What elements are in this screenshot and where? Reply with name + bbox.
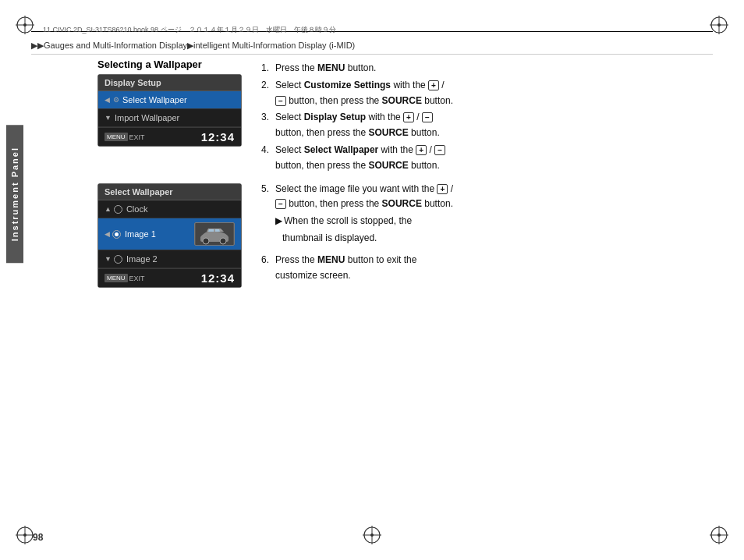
step3-num: 3. <box>261 110 275 126</box>
radio-clock <box>114 205 122 214</box>
panel1-item-import-wallpaper: ▼ Import Wallpaper <box>98 109 241 127</box>
step6-cont: customize screen. <box>261 268 728 284</box>
arrow-down-icon-2: ▼ <box>105 255 112 263</box>
arrow-right-icon-2: ◀ <box>105 230 110 238</box>
section-title: Selecting a Wallpaper <box>97 58 202 70</box>
panel2-time: 12:34 <box>201 271 235 285</box>
svg-point-7 <box>717 23 721 27</box>
step-6: 6. Press the MENU button to exit the <box>261 253 728 268</box>
step5-callout2: thumbnail is displayed. <box>261 231 728 246</box>
panel2-item-image1: ◀ Image 1 <box>98 218 241 250</box>
panel2-item2-label: Image 1 <box>125 229 156 239</box>
settings-icon-1: ⚙ <box>113 96 119 104</box>
panel1-item-select-wallpaper: ◀ ⚙ Select Wallpaper <box>98 91 241 109</box>
panel2-item-clock: ▲ Clock <box>98 200 241 218</box>
step5-callout1: ▶When the scroll is stopped, the <box>261 214 728 229</box>
arrow-right-icon-1: ◀ <box>105 96 110 104</box>
step1-num: 1. <box>261 61 275 76</box>
step2-cont: − button, then press the SOURCE button. <box>261 94 728 109</box>
radio-image2 <box>114 255 122 264</box>
radio-image1 <box>112 230 121 239</box>
corner-mark-tl <box>14 14 36 36</box>
panel2-footer: MENU EXIT 12:34 <box>98 268 241 287</box>
step-3: 3. Select Display Setup with the + / − <box>261 110 728 126</box>
panel2-item3-label: Image 2 <box>126 254 158 264</box>
panel2-item1-label: Clock <box>126 204 148 214</box>
menu-box-2: MENU <box>105 274 128 282</box>
select-wallpaper-panel: Select Wallpaper ▲ Clock ◀ Image 1 <box>97 183 242 288</box>
step5-cont: − button, then press the SOURCE button. <box>261 197 728 212</box>
car-thumbnail <box>194 222 235 246</box>
panel1-time: 12:34 <box>201 130 235 144</box>
arrow-up-icon-2: ▲ <box>105 205 112 213</box>
exit-label-2: EXIT <box>129 275 145 282</box>
center-mark-bottom <box>361 524 383 546</box>
svg-point-11 <box>23 533 27 537</box>
step2-text: Select Customize Settings with the + / <box>275 78 445 94</box>
panel1-menu-label: MENU EXIT <box>105 133 145 141</box>
step-5: 5. Select the image file you want with t… <box>261 182 728 197</box>
step-4: 4. Select Select Wallpaper with the + / … <box>261 143 728 158</box>
step-1: 1. Press the MENU button. <box>261 61 728 76</box>
arrow-down-icon-1: ▼ <box>105 114 112 122</box>
step-2: 2. Select Customize Settings with the + … <box>261 78 728 94</box>
panel1-title: Display Setup <box>98 75 241 91</box>
exit-label-1: EXIT <box>129 133 145 141</box>
svg-point-21 <box>203 238 209 244</box>
svg-point-19 <box>370 533 374 537</box>
corner-mark-tr <box>708 14 730 36</box>
sidebar-label: Instrument Panel <box>6 125 23 263</box>
step6-text: Press the MENU button to exit the <box>275 253 416 268</box>
panel1-item2-label: Import Wallpaper <box>115 113 179 122</box>
page-number: 98 <box>33 532 43 543</box>
panel2-title: Select Wallpaper <box>98 184 241 200</box>
panel1-item1-label: Select Wallpaper <box>122 95 187 105</box>
step6-num: 6. <box>261 253 275 268</box>
step4-num: 4. <box>261 143 275 158</box>
svg-point-15 <box>717 533 721 537</box>
breadcrumb: ▶▶Gauges and Multi-Information Display▶i… <box>31 39 713 55</box>
svg-point-22 <box>220 238 226 244</box>
step4-text: Select Select Wallpaper with the + / − <box>275 143 445 158</box>
file-info: 11 CIVIC 2D_SI-31TS86210.book 98 ページ ２０１… <box>43 23 701 35</box>
step5-text: Select the image file you want with the … <box>275 182 453 197</box>
step1-text: Press the MENU button. <box>275 61 376 76</box>
step2-num: 2. <box>261 78 275 94</box>
svg-point-3 <box>23 23 27 27</box>
step3-cont: button, then press the SOURCE button. <box>261 126 728 141</box>
panel2-menu-label: MENU EXIT <box>105 274 145 282</box>
menu-box-1: MENU <box>105 133 128 141</box>
display-setup-panel: Display Setup ◀ ⚙ Select Wallpaper ▼ Imp… <box>97 74 242 147</box>
step4-cont: button, then press the SOURCE button. <box>261 158 728 174</box>
panel1-footer: MENU EXIT 12:34 <box>98 127 241 146</box>
step5-num: 5. <box>261 182 275 197</box>
corner-mark-br <box>708 524 730 546</box>
step3-text: Select Display Setup with the + / − <box>275 110 433 126</box>
triangle-icon-1: ▶ <box>275 215 282 226</box>
instructions: 1. Press the MENU button. 2. Select Cust… <box>261 61 728 283</box>
panel2-item-image2: ▼ Image 2 <box>98 250 241 268</box>
